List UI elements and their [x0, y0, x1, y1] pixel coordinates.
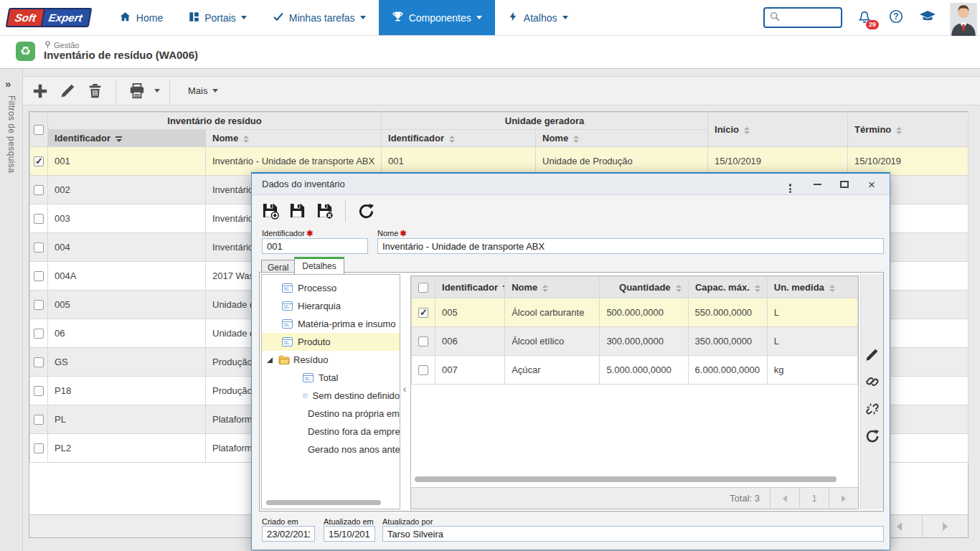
row-checkbox[interactable] — [418, 308, 428, 318]
atualizado-por-field[interactable] — [382, 526, 884, 542]
table-row[interactable]: 007 Açúcar 5.000.000,0000 6.000.000,0000… — [412, 356, 858, 385]
nav-item-atalhos[interactable]: Atalhos — [495, 0, 581, 35]
row-checkbox[interactable] — [34, 271, 44, 281]
minimize-button[interactable] — [804, 174, 831, 195]
refresh-button[interactable] — [356, 201, 376, 221]
current-page-label: 1 — [799, 488, 829, 509]
sort-icon — [449, 136, 455, 143]
pencil-icon — [60, 83, 75, 98]
tree-horizontal-scrollbar[interactable] — [266, 500, 381, 505]
select-all-checkbox[interactable] — [418, 283, 428, 293]
row-checkbox[interactable] — [34, 300, 44, 310]
help-button[interactable]: ? — [887, 9, 905, 27]
tree-item-gerado-anos[interactable]: Gerado nos anos anterio — [262, 441, 400, 458]
print-dropdown-icon[interactable] — [154, 89, 160, 93]
next-page-button[interactable] — [922, 515, 968, 537]
dialog-title: Dados do inventário — [262, 179, 345, 189]
table-row[interactable]: 001Inventário - Unidade de transporte AB… — [30, 147, 969, 176]
row-checkbox[interactable] — [34, 156, 44, 166]
training-button[interactable] — [918, 9, 937, 27]
criado-em-field[interactable] — [262, 526, 315, 542]
nav-item-portais[interactable]: Portais — [176, 0, 260, 35]
edit-button[interactable] — [56, 80, 79, 103]
next-page-button[interactable] — [829, 488, 858, 509]
row-checkbox[interactable] — [34, 242, 44, 253]
required-icon: ✱ — [306, 229, 313, 237]
dialog-titlebar[interactable]: Dados do inventário × — [252, 174, 890, 195]
row-checkbox[interactable] — [418, 336, 428, 347]
tree-item-materia-prima[interactable]: Matéria-prima e insumo — [262, 315, 400, 333]
tree-item-destino-propria[interactable]: Destino na própria empre — [262, 405, 400, 423]
more-button[interactable]: Mais — [179, 80, 227, 103]
edit-item-button[interactable] — [864, 346, 881, 363]
table-horizontal-scrollbar[interactable] — [415, 476, 837, 482]
close-button[interactable]: × — [858, 174, 885, 195]
delete-button[interactable] — [83, 80, 106, 103]
user-avatar[interactable] — [950, 3, 977, 36]
table-row[interactable]: 006 Álcool etílico 300.000,0000 350.000,… — [412, 327, 858, 356]
search-input[interactable] — [781, 13, 835, 23]
tree-item-destino-fora[interactable]: Destino fora da empresa — [262, 423, 400, 441]
select-all-checkbox-cell[interactable] — [30, 113, 48, 147]
identificador-input[interactable] — [262, 238, 368, 254]
arrow-right-icon — [943, 522, 948, 531]
table-row[interactable]: 005 Álcool carburante 500.000,0000 550.0… — [412, 298, 858, 327]
column-header-un-medida[interactable]: Un. medida — [767, 277, 857, 298]
maximize-button[interactable] — [831, 174, 858, 195]
refresh-list-button[interactable] — [864, 428, 881, 445]
tab-detalhes[interactable]: Detalhes — [294, 257, 344, 274]
previous-page-button[interactable] — [770, 488, 799, 509]
column-header-nome[interactable]: Nome — [206, 130, 382, 147]
broken-link-icon — [865, 402, 880, 416]
tree-item-residuo[interactable]: Resíduo — [262, 351, 400, 369]
softexpert-logo[interactable]: Soft Expert — [7, 0, 90, 35]
disassociate-button[interactable] — [864, 400, 881, 418]
row-checkbox[interactable] — [418, 365, 428, 375]
add-button[interactable] — [29, 80, 52, 103]
folder-icon — [278, 355, 290, 364]
atualizado-em-field[interactable] — [324, 526, 375, 542]
row-checkbox[interactable] — [34, 214, 44, 224]
column-header-termino[interactable]: Término — [848, 113, 969, 147]
tree-item-processo[interactable]: Processo — [262, 279, 400, 297]
print-button[interactable] — [126, 80, 149, 103]
global-search[interactable] — [763, 7, 842, 28]
associate-button[interactable] — [864, 373, 881, 390]
tree-item-total[interactable]: Total — [262, 369, 400, 387]
column-header-identificador[interactable]: Identificador — [435, 277, 505, 298]
panel-collapse-handle[interactable]: ‹ — [400, 380, 409, 397]
column-header-inicio[interactable]: Início — [708, 113, 848, 147]
column-header-quantidade[interactable]: Quantidade — [600, 277, 688, 298]
tree-expanded-icon[interactable] — [267, 357, 273, 363]
save-and-new-button[interactable] — [260, 201, 281, 221]
column-header-unit-identificador[interactable]: Identificador — [382, 130, 536, 147]
dialog-menu-button[interactable] — [776, 174, 804, 195]
row-checkbox[interactable] — [34, 357, 44, 367]
required-icon: ✱ — [400, 229, 406, 237]
nav-item-minhas-tarefas[interactable]: Minhas tarefas — [260, 0, 379, 35]
notifications-button[interactable]: 29 — [855, 9, 874, 27]
row-checkbox[interactable] — [34, 329, 44, 339]
form-icon — [303, 373, 314, 382]
tree-item-sem-destino[interactable]: Sem destino definido — [262, 387, 400, 405]
column-header-nome[interactable]: Nome — [505, 277, 600, 298]
row-checkbox[interactable] — [34, 185, 44, 195]
identificador-label: Identificador✱ — [262, 229, 313, 238]
expand-filters-icon[interactable]: » — [5, 77, 22, 90]
nav-item-home[interactable]: Home — [106, 0, 176, 35]
row-checkbox[interactable] — [34, 386, 44, 396]
tree-item-hierarquia[interactable]: Hierarquia — [262, 297, 400, 315]
nav-item-componentes[interactable]: Componentes — [379, 0, 495, 35]
nome-label: Nome✱ — [377, 229, 407, 238]
select-all-checkbox-cell[interactable] — [412, 277, 435, 298]
nome-input[interactable] — [377, 238, 884, 254]
save-and-close-button[interactable] — [315, 201, 335, 221]
row-checkbox[interactable] — [34, 415, 44, 425]
select-all-checkbox[interactable] — [34, 125, 44, 135]
tree-item-produto[interactable]: Produto — [262, 333, 400, 351]
column-header-unit-nome[interactable]: Nome — [536, 130, 708, 147]
column-header-identificador[interactable]: Identificador — [48, 130, 206, 147]
column-header-capac-max[interactable]: Capac. máx. — [688, 277, 767, 298]
row-checkbox[interactable] — [34, 443, 44, 453]
save-button[interactable] — [288, 201, 308, 221]
